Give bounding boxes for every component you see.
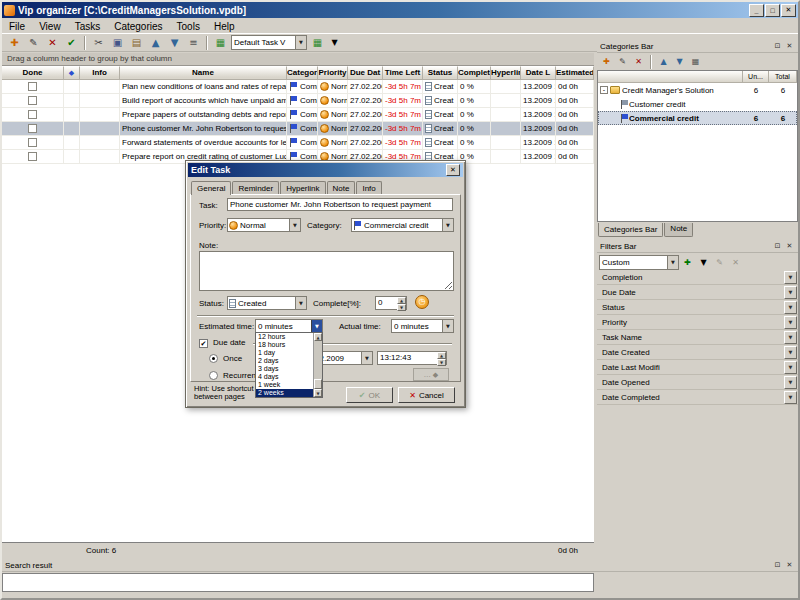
done-checkbox[interactable] <box>28 110 37 119</box>
new-task-icon[interactable]: ✚ <box>5 35 24 51</box>
move-down-icon[interactable]: ▼ <box>165 35 184 51</box>
complete-spinner[interactable]: 0 ▲ ▼ <box>375 296 407 310</box>
note-textarea[interactable] <box>199 251 454 291</box>
chevron-down-icon[interactable]: ▼ <box>784 286 797 299</box>
column-estimated[interactable]: Estimated <box>556 66 594 80</box>
tab-note[interactable]: Note <box>664 223 693 237</box>
delete-filter-icon[interactable]: ✕ <box>728 256 743 269</box>
complete-task-icon[interactable]: ✔ <box>62 35 81 51</box>
collapse-icon[interactable]: - <box>600 86 608 94</box>
spin-up-icon[interactable]: ▲ <box>397 297 406 304</box>
tab-general[interactable]: General <box>191 181 231 195</box>
add-filter-icon[interactable]: ✚ <box>680 256 695 269</box>
tree-item-root[interactable]: - Credit Manager's Solution 6 6 <box>598 83 797 97</box>
due-time-spinner[interactable]: 13:12:43 ▲ ▼ <box>377 351 447 365</box>
actual-time-select[interactable]: 0 minutes ▼ <box>391 319 454 333</box>
scroll-down-icon[interactable]: ▼ <box>314 389 322 397</box>
dropdown-option[interactable]: 4 days <box>256 373 313 381</box>
chevron-down-icon[interactable]: ▼ <box>289 219 300 231</box>
dropdown-scrollbar[interactable]: ▲ ▼ <box>313 333 322 397</box>
dropdown-option[interactable]: 12 hours <box>256 333 313 341</box>
tab-hyperlink[interactable]: Hyperlink <box>280 181 325 195</box>
task-row[interactable]: Plan new conditions of loans and rates o… <box>2 80 594 94</box>
pin-icon[interactable]: ⊡ <box>772 41 783 52</box>
delete-category-icon[interactable]: ✕ <box>631 55 646 68</box>
task-template-icon[interactable]: ▦ <box>211 35 230 51</box>
edit-task-icon[interactable]: ✎ <box>24 35 43 51</box>
chevron-down-icon[interactable]: ▼ <box>784 361 797 374</box>
column-date-last-modified[interactable]: Date L <box>521 66 556 80</box>
done-checkbox[interactable] <box>28 82 37 91</box>
edit-filter-icon[interactable]: ✎ <box>712 256 727 269</box>
due-date-checkbox[interactable]: ✔ <box>199 339 208 348</box>
chevron-down-icon[interactable]: ▼ <box>784 271 797 284</box>
status-select[interactable]: Created ▼ <box>227 296 307 310</box>
filter-menu-icon[interactable]: ▼ <box>696 256 711 269</box>
chevron-down-icon[interactable]: ▼ <box>784 331 797 344</box>
chevron-down-icon[interactable]: ▼ <box>784 346 797 359</box>
recurrence-browse-button[interactable]: … ◆ <box>413 368 449 381</box>
print-icon[interactable]: ≡ <box>184 35 203 51</box>
task-row[interactable]: Prepare papers of outstanding debts and … <box>2 108 594 122</box>
maximize-button[interactable]: □ <box>765 4 780 17</box>
estimated-time-select[interactable]: 0 minutes ▼ <box>255 319 323 333</box>
close-panel-icon[interactable]: ✕ <box>784 241 795 252</box>
tree-column-uncompleted[interactable]: Un... <box>743 71 769 83</box>
move-category-down-icon[interactable]: ▼ <box>672 55 687 68</box>
recurrence-radio[interactable] <box>209 371 218 380</box>
chevron-down-icon[interactable]: ▼ <box>361 352 372 364</box>
spin-up-icon[interactable]: ▲ <box>437 352 446 359</box>
column-status[interactable]: Status <box>423 66 458 80</box>
chevron-down-icon[interactable]: ▼ <box>667 256 678 269</box>
task-template-select[interactable]: Default Task V ▼ <box>231 35 307 50</box>
group-by-bar[interactable]: Drag a column header to group by that co… <box>2 53 594 66</box>
paste-icon[interactable]: ▤ <box>127 35 146 51</box>
dropdown-option[interactable]: 3 days <box>256 365 313 373</box>
tree-item-customer-credit[interactable]: Customer credit <box>598 97 797 111</box>
column-name[interactable]: Name <box>120 66 287 80</box>
menu-tools[interactable]: Tools <box>170 20 207 33</box>
copy-icon[interactable]: ▣ <box>108 35 127 51</box>
add-category-icon[interactable]: ✚ <box>599 55 614 68</box>
done-checkbox[interactable] <box>28 124 37 133</box>
tree-column-name[interactable] <box>598 71 743 83</box>
chevron-down-icon[interactable]: ▼ <box>784 391 797 404</box>
pin-icon[interactable]: ⊡ <box>772 241 783 252</box>
column-complete[interactable]: Complete <box>458 66 491 80</box>
column-priority[interactable]: Priority <box>318 66 348 80</box>
dropdown-option[interactable]: 2 days <box>256 357 313 365</box>
category-view-options-icon[interactable]: ▦ <box>688 55 703 68</box>
column-due-date[interactable]: Due Dat <box>348 66 383 80</box>
tab-note[interactable]: Note <box>327 181 356 195</box>
cut-icon[interactable]: ✂ <box>89 35 108 51</box>
chevron-down-icon[interactable]: ▼ <box>784 301 797 314</box>
menu-view[interactable]: View <box>32 20 68 33</box>
chevron-down-icon[interactable]: ▼ <box>442 320 453 332</box>
dropdown-option[interactable]: 1 day <box>256 349 313 357</box>
chevron-down-icon[interactable]: ▼ <box>784 376 797 389</box>
tab-info[interactable]: Info <box>356 181 381 195</box>
delete-task-icon[interactable]: ✕ <box>43 35 62 51</box>
close-button[interactable]: ✕ <box>781 4 796 17</box>
chevron-down-icon[interactable]: ▼ <box>442 219 453 231</box>
chevron-down-icon[interactable]: ▼ <box>311 320 322 332</box>
pin-icon[interactable]: ⊡ <box>772 560 783 571</box>
column-icon[interactable]: ◆ <box>64 66 80 80</box>
close-panel-icon[interactable]: ✕ <box>784 560 795 571</box>
dialog-close-button[interactable]: ✕ <box>446 164 460 176</box>
once-radio[interactable] <box>209 354 218 363</box>
column-category[interactable]: Category <box>287 66 318 80</box>
edit-category-icon[interactable]: ✎ <box>615 55 630 68</box>
spin-down-icon[interactable]: ▼ <box>397 304 406 311</box>
chevron-down-icon[interactable]: ▼ <box>784 316 797 329</box>
task-row[interactable]: Forward statements of overdue accounts f… <box>2 136 594 150</box>
task-input[interactable] <box>227 198 453 211</box>
menu-file[interactable]: File <box>2 20 32 33</box>
column-time-left[interactable]: Time Left <box>383 66 423 80</box>
scroll-track[interactable] <box>314 341 322 379</box>
chevron-down-icon[interactable]: ▼ <box>295 297 306 309</box>
minimize-button[interactable]: _ <box>749 4 764 17</box>
scroll-thumb[interactable] <box>314 379 322 389</box>
move-up-icon[interactable]: ▲ <box>146 35 165 51</box>
task-row-selected[interactable]: Phone customer Mr. John Robertson to req… <box>2 122 594 136</box>
